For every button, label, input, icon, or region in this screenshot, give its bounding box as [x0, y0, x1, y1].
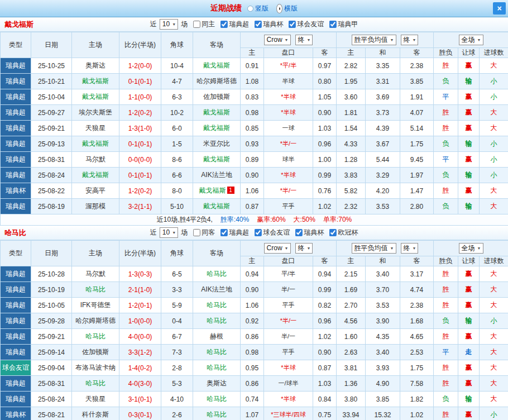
bookmaker-select[interactable]: Crow▼ [264, 35, 291, 45]
league-cell: 瑞典超 [1, 136, 31, 152]
away-team-cell: 戴戈福斯 [193, 105, 241, 121]
score-cell: 3-3(1-2) [119, 345, 161, 360]
score-cell: 4-0(3-0) [119, 376, 161, 392]
away-team-name: 佐加顿斯 [203, 93, 230, 101]
match-count-select[interactable]: 10▼ [160, 19, 178, 30]
league-filter-checkbox[interactable] [221, 229, 228, 236]
avg-draw-odds: 3.40 [366, 345, 400, 360]
league-filter-label: 欧冠杯 [338, 228, 358, 237]
avg-type-select[interactable]: 胜平负均值▼ [352, 243, 396, 254]
dropdown-arrow-icon: ▼ [307, 35, 311, 45]
sections-container: 戴戈福斯近10▼场同主瑞典超瑞典杯球会友谊瑞典甲类型日期主场比分(半场)角球客场… [0, 17, 508, 420]
result-goals-cell: 大 [480, 121, 508, 136]
corner-cell: 6-3 [161, 89, 193, 105]
away-team-name: 戴戈福斯 [203, 124, 230, 132]
dropdown-arrow-icon: ▼ [413, 244, 416, 253]
away-team-name: 奥斯达 [207, 379, 227, 387]
match-date-cell: 25-10-28 [31, 266, 72, 282]
avg-home-odds: 3.80 [337, 392, 366, 407]
avg-away-odds: 1.68 [400, 313, 434, 329]
avg-final-select[interactable]: 终▼ [401, 243, 419, 254]
avg-type-select[interactable]: 胜平负均值▼ [352, 35, 396, 45]
subcol-goals: 进球数 [480, 256, 508, 266]
league-filter-checkbox[interactable] [289, 21, 296, 28]
same-venue-filter-checkbox[interactable] [193, 229, 200, 236]
score-cell: 1-2(0-2) [119, 183, 161, 199]
scope-select[interactable]: 全场▼ [459, 243, 483, 254]
same-venue-filter[interactable]: 同主 [193, 20, 215, 29]
same-venue-filter[interactable]: 同客 [193, 228, 215, 237]
summary-cell: 近10场,胜4平2负4,胜率:40%赢率:60%大:50%单率:70% [1, 214, 508, 226]
avg-final-select-value: 终 [404, 35, 410, 45]
corner-cell: 6-0 [161, 121, 193, 136]
subcol-avg-away: 客 [400, 256, 434, 266]
result-handicap-cell: 赢 [458, 152, 480, 168]
match-row: 瑞典超25-08-24戴戈福斯0-1(0-1)6-6AIK法兰地0.90*半球0… [1, 168, 508, 183]
bookmaker-select[interactable]: Crow▼ [264, 243, 291, 254]
league-filter-label: 球会友谊 [297, 20, 324, 29]
summary-segment: 单率:70% [323, 216, 352, 223]
league-filter[interactable]: 瑞典杯 [255, 20, 283, 29]
summary-segment: 赢率:60% [257, 216, 285, 223]
avg-final-select-value: 终 [404, 244, 410, 253]
handicap-final-select[interactable]: 终▼ [295, 243, 313, 254]
result-wdl-cell: 胜 [434, 183, 458, 199]
league-filter[interactable]: 球会友谊 [255, 228, 290, 237]
matches-label: 场 [181, 228, 188, 237]
close-button[interactable]: × [493, 2, 506, 15]
league-cell: 瑞典超 [1, 105, 31, 121]
same-venue-filter-checkbox[interactable] [193, 21, 200, 28]
scope-select[interactable]: 全场▼ [459, 35, 483, 45]
result-goals-cell: 小 [480, 407, 508, 420]
league-filter[interactable]: 瑞典杯 [295, 228, 324, 237]
league-filter[interactable]: 瑞典超 [221, 228, 249, 237]
league-filter[interactable]: 瑞典甲 [329, 20, 358, 29]
dropdown-arrow-icon: ▼ [390, 244, 394, 253]
league-filter[interactable]: 瑞典超 [221, 20, 249, 29]
league-cell: 球会友谊 [1, 360, 31, 376]
handicap-final-select[interactable]: 终▼ [295, 35, 313, 45]
avg-home-odds: 2.63 [337, 345, 366, 360]
avg-final-select[interactable]: 终▼ [401, 35, 419, 45]
results-table: 类型日期主场比分(半场)角球客场Crow▼终▼胜平负均值▼终▼全场▼主盘口客主和… [0, 32, 508, 226]
avg-draw-odds: 3.69 [366, 89, 400, 105]
home-team-cell: 哈马比 [72, 282, 119, 298]
radio-vertical-layout[interactable]: 竖版 [247, 4, 269, 13]
league-filter-checkbox[interactable] [221, 21, 228, 28]
radio-horizontal-layout[interactable]: 横版 [276, 4, 298, 13]
match-row: 瑞典超25-10-19哈马比2-1(1-0)3-3AIK法兰地0.90半/一0.… [1, 282, 508, 298]
league-filter-checkbox[interactable] [295, 229, 303, 236]
avg-away-odds: 7.58 [400, 376, 434, 392]
away-team-cell: 哈尔姆斯塔德 [193, 74, 241, 89]
league-filter[interactable]: 欧冠杯 [329, 228, 358, 237]
match-date-cell: 25-08-24 [31, 392, 72, 407]
away-team-cell: 戴戈福斯1 [193, 183, 241, 199]
avg-away-odds: 4.65 [400, 329, 434, 345]
subcol-handicap-home: 主 [241, 48, 264, 58]
away-team-name: 戴戈福斯 [203, 202, 230, 210]
league-filter[interactable]: 球会友谊 [289, 20, 324, 29]
result-wdl-cell: 胜 [434, 329, 458, 345]
away-team-name: 戴戈福斯 [203, 155, 230, 163]
league-cell: 瑞典超 [1, 313, 31, 329]
avg-draw-odds: 3.53 [366, 199, 400, 214]
match-count-select[interactable]: 10▼ [160, 227, 178, 238]
score-cell: 1-2(0-2) [119, 105, 161, 121]
match-row: 瑞典杯25-08-21科什奈斯0-3(0-1)2-6哈马比1.07*三球半/四球… [1, 407, 508, 420]
handicap-home-odds: 0.90 [241, 168, 264, 183]
team-section-header: 戴戈福斯近10▼场同主瑞典超瑞典杯球会友谊瑞典甲 [0, 17, 508, 32]
league-filter-checkbox[interactable] [255, 229, 262, 236]
match-row: 瑞典超25-10-25奥斯达1-2(0-0)10-4戴戈福斯0.91*平/半0.… [1, 58, 508, 74]
league-filter-label: 球会友谊 [263, 228, 290, 237]
avg-draw-odds: 3.40 [366, 266, 400, 282]
league-filter-checkbox[interactable] [329, 21, 337, 28]
result-goals-cell: 大 [480, 58, 508, 74]
scope-group: 全场▼ [434, 241, 508, 256]
result-handicap-cell: 赢 [458, 58, 480, 74]
subcol-result: 胜负 [434, 48, 458, 58]
scope-select-value: 全场 [462, 35, 475, 45]
league-filter-checkbox[interactable] [255, 21, 262, 28]
result-goals-cell: 小 [480, 74, 508, 89]
match-date-cell: 25-09-21 [31, 121, 72, 136]
league-filter-checkbox[interactable] [329, 229, 337, 236]
